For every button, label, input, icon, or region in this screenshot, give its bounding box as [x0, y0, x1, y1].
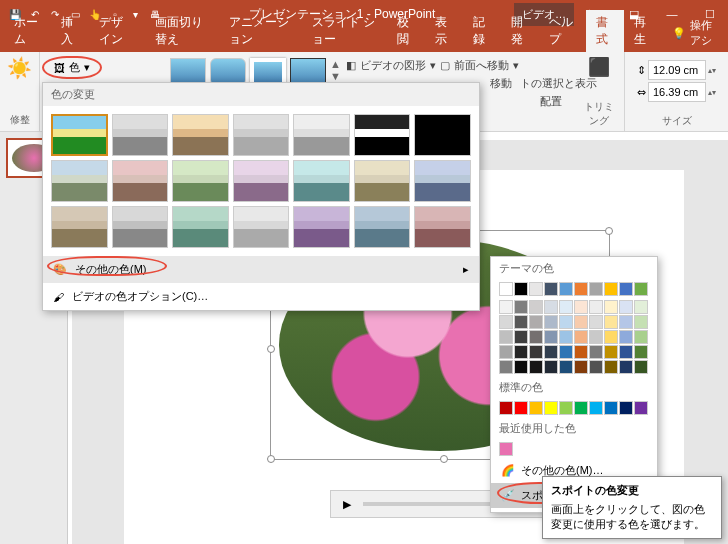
color-swatch[interactable]: [589, 345, 603, 359]
color-swatch[interactable]: [604, 300, 618, 314]
color-swatch[interactable]: [634, 300, 648, 314]
tab-slideshow[interactable]: スライド ショー: [302, 10, 387, 52]
color-swatch[interactable]: [559, 345, 573, 359]
tell-me[interactable]: 💡操作アシ: [662, 14, 728, 52]
color-swatch[interactable]: [604, 330, 618, 344]
color-swatch[interactable]: [634, 401, 648, 415]
color-swatch[interactable]: [544, 401, 558, 415]
tab-record[interactable]: 記録: [463, 10, 501, 52]
color-swatch[interactable]: [559, 360, 573, 374]
recolor-swatch[interactable]: [233, 114, 290, 156]
color-swatch[interactable]: [544, 300, 558, 314]
color-swatch[interactable]: [634, 360, 648, 374]
color-swatch[interactable]: [559, 330, 573, 344]
recolor-swatch[interactable]: [414, 160, 471, 202]
color-swatch[interactable]: [604, 401, 618, 415]
seek-bar[interactable]: [363, 502, 500, 506]
color-swatch[interactable]: [499, 442, 513, 456]
color-swatch[interactable]: [574, 315, 588, 329]
color-swatch[interactable]: [589, 330, 603, 344]
color-swatch[interactable]: [589, 401, 603, 415]
crop-icon[interactable]: ⬛: [588, 56, 610, 78]
color-swatch[interactable]: [574, 300, 588, 314]
color-swatch[interactable]: [499, 330, 513, 344]
color-swatch[interactable]: [529, 330, 543, 344]
color-swatch[interactable]: [544, 315, 558, 329]
color-swatch[interactable]: [619, 345, 633, 359]
color-swatch[interactable]: [544, 360, 558, 374]
color-swatch[interactable]: [574, 345, 588, 359]
play-icon[interactable]: ▶: [339, 496, 355, 512]
tab-developer[interactable]: 開発: [501, 10, 539, 52]
tab-help[interactable]: ヘルプ: [539, 10, 586, 52]
color-swatch[interactable]: [574, 282, 588, 296]
tab-home[interactable]: ホーム: [4, 10, 51, 52]
color-swatch[interactable]: [529, 282, 543, 296]
color-swatch[interactable]: [604, 282, 618, 296]
color-swatch[interactable]: [589, 315, 603, 329]
color-swatch[interactable]: [499, 345, 513, 359]
recolor-swatch[interactable]: [414, 114, 471, 156]
recolor-swatch[interactable]: [51, 114, 108, 156]
color-swatch[interactable]: [634, 345, 648, 359]
color-swatch[interactable]: [499, 315, 513, 329]
tab-format[interactable]: 書式: [586, 10, 624, 52]
color-swatch[interactable]: [559, 315, 573, 329]
color-swatch[interactable]: [514, 282, 528, 296]
color-button[interactable]: 🖼 色 ▾: [42, 56, 102, 79]
gallery-down-icon[interactable]: ▼: [330, 70, 341, 82]
color-swatch[interactable]: [634, 315, 648, 329]
recolor-swatch[interactable]: [112, 160, 169, 202]
color-swatch[interactable]: [529, 300, 543, 314]
color-swatch[interactable]: [634, 282, 648, 296]
recolor-swatch[interactable]: [354, 114, 411, 156]
tab-insert[interactable]: 挿入: [51, 10, 89, 52]
color-swatch[interactable]: [529, 315, 543, 329]
tab-animations[interactable]: アニメーション: [219, 10, 302, 52]
recolor-swatch[interactable]: [172, 160, 229, 202]
color-swatch[interactable]: [544, 345, 558, 359]
align-button[interactable]: 配置: [540, 94, 562, 109]
color-swatch[interactable]: [514, 345, 528, 359]
tab-view[interactable]: 表示: [425, 10, 463, 52]
tab-playback[interactable]: 再生: [624, 10, 662, 52]
more-colors-item[interactable]: 🎨 その他の色(M) ▸: [43, 256, 479, 283]
recolor-swatch[interactable]: [172, 114, 229, 156]
tab-transitions[interactable]: 画面切り替え: [145, 10, 219, 52]
recolor-swatch[interactable]: [414, 206, 471, 248]
tab-review[interactable]: 校閲: [387, 10, 425, 52]
color-swatch[interactable]: [619, 360, 633, 374]
color-swatch[interactable]: [559, 300, 573, 314]
bring-forward-button[interactable]: ▢前面へ移動▾: [440, 58, 519, 73]
video-shape-button[interactable]: ◧ビデオの図形▾: [346, 58, 436, 73]
color-swatch[interactable]: [499, 282, 513, 296]
color-swatch[interactable]: [619, 282, 633, 296]
recolor-swatch[interactable]: [354, 206, 411, 248]
color-swatch[interactable]: [589, 360, 603, 374]
color-swatch[interactable]: [574, 401, 588, 415]
color-swatch[interactable]: [619, 300, 633, 314]
color-swatch[interactable]: [529, 401, 543, 415]
color-swatch[interactable]: [514, 315, 528, 329]
color-swatch[interactable]: [574, 360, 588, 374]
color-swatch[interactable]: [514, 330, 528, 344]
color-swatch[interactable]: [619, 315, 633, 329]
color-swatch[interactable]: [499, 360, 513, 374]
color-swatch[interactable]: [619, 401, 633, 415]
recolor-swatch[interactable]: [293, 206, 350, 248]
recolor-swatch[interactable]: [51, 160, 108, 202]
color-swatch[interactable]: [634, 330, 648, 344]
width-input[interactable]: 16.39 cm: [648, 82, 706, 102]
corrections-icon[interactable]: ☀️: [7, 56, 32, 80]
color-swatch[interactable]: [499, 300, 513, 314]
color-swatch[interactable]: [544, 330, 558, 344]
recolor-swatch[interactable]: [233, 160, 290, 202]
color-swatch[interactable]: [514, 360, 528, 374]
color-swatch[interactable]: [604, 345, 618, 359]
color-swatch[interactable]: [514, 300, 528, 314]
color-swatch[interactable]: [589, 282, 603, 296]
color-swatch[interactable]: [544, 282, 558, 296]
recolor-swatch[interactable]: [112, 114, 169, 156]
recolor-swatch[interactable]: [233, 206, 290, 248]
color-swatch[interactable]: [589, 300, 603, 314]
